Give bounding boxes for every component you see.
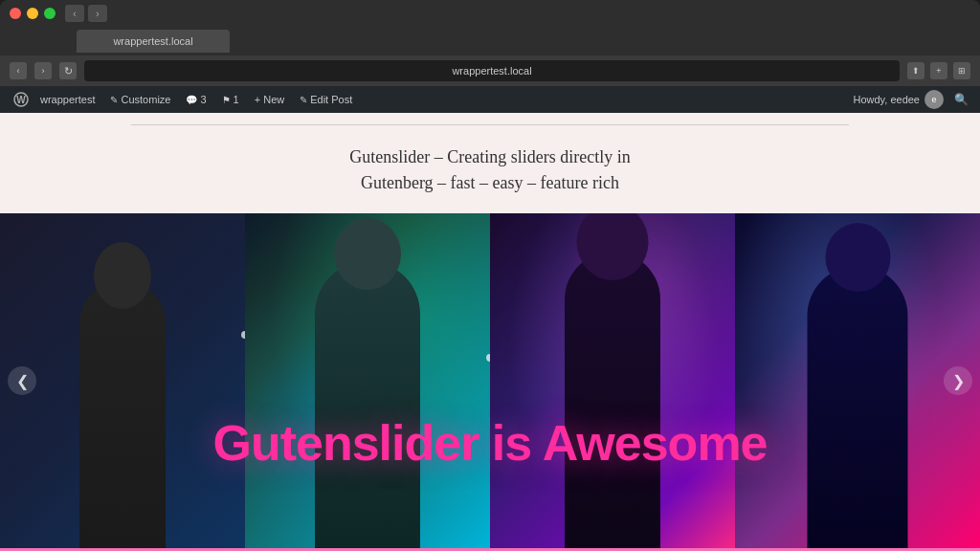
person-silhouette-2 — [315, 261, 420, 548]
customize-icon: ✎ — [110, 95, 118, 105]
url-text: wrappertest.local — [452, 65, 531, 77]
nav-buttons: ‹ › — [65, 5, 107, 22]
avatar: e — [924, 90, 944, 109]
tab-bar: wrappertest.local — [0, 27, 980, 55]
slider-prev-button[interactable]: ❮ — [8, 366, 36, 395]
person-silhouette-4 — [808, 266, 908, 548]
maximize-button[interactable] — [44, 8, 56, 19]
slider-panel-2 — [245, 213, 490, 548]
tab-label: wrappertest.local — [113, 35, 192, 47]
refresh-icon[interactable]: ↻ — [59, 62, 77, 79]
customize-label: Customize — [121, 94, 170, 105]
browser-tab[interactable]: wrappertest.local — [77, 30, 230, 53]
edit-post-icon: ✎ — [300, 95, 307, 105]
new-label: + New — [255, 94, 285, 105]
description-text: Gutenslider – Creating sliders directly … — [19, 144, 961, 196]
wp-admin-bar: W wrappertest ✎ Customize 💬 3 ⚑ 1 + New … — [0, 86, 980, 113]
close-button[interactable] — [10, 8, 21, 19]
admin-bar-comments[interactable]: 💬 3 — [178, 86, 213, 113]
browser-window: ‹ › wrappertest.local ‹ › ↻ wrappertest.… — [0, 0, 980, 551]
edit-post-label: Edit Post — [310, 94, 352, 105]
wp-logo-icon[interactable]: W — [10, 88, 33, 111]
forward-button[interactable]: › — [88, 5, 107, 22]
page-content: Gutenslider – Creating sliders directly … — [0, 113, 980, 551]
next-arrow-icon: ❯ — [952, 372, 965, 390]
history-back-icon[interactable]: ‹ — [10, 62, 27, 79]
svg-text:W: W — [16, 95, 26, 105]
title-bar: ‹ › — [0, 0, 980, 27]
traffic-lights — [10, 8, 56, 19]
prev-arrow-icon: ❮ — [16, 372, 29, 390]
admin-bar-site-name[interactable]: wrappertest — [33, 86, 102, 113]
admin-bar-customize[interactable]: ✎ Customize — [102, 86, 178, 113]
slider-panel-1 — [0, 213, 245, 548]
back-button[interactable]: ‹ — [65, 5, 84, 22]
bookmark-icon[interactable]: + — [930, 62, 947, 79]
slider-images — [0, 213, 980, 548]
slider-section: Gutenslider is Awesome ❮ ❯ — [0, 213, 980, 548]
slider-panel-3 — [490, 213, 735, 548]
updates-icon: ⚑ — [222, 95, 231, 105]
slider-next-button[interactable]: ❯ — [944, 366, 972, 395]
address-bar: ‹ › ↻ wrappertest.local ⬆ + ⊞ — [0, 55, 980, 86]
share-icon[interactable]: ⬆ — [907, 62, 924, 79]
person-silhouette-3 — [565, 252, 660, 548]
site-name-text: wrappertest — [40, 94, 95, 105]
url-field[interactable]: wrappertest.local — [84, 60, 900, 81]
admin-bar-edit-post[interactable]: ✎ Edit Post — [292, 86, 360, 113]
browser-toolbar-icons: ⬆ + ⊞ — [907, 62, 970, 79]
admin-bar-updates[interactable]: ⚑ 1 — [214, 86, 247, 113]
admin-bar-howdy[interactable]: Howdy, eedee e — [845, 90, 951, 109]
description-section: Gutenslider – Creating sliders directly … — [0, 125, 980, 213]
updates-count: 1 — [234, 94, 239, 105]
comments-icon: 💬 — [186, 95, 197, 105]
minimize-button[interactable] — [27, 8, 38, 19]
howdy-text: Howdy, eedee — [853, 94, 920, 105]
extensions-icon[interactable]: ⊞ — [953, 62, 970, 79]
comments-count: 3 — [200, 94, 206, 105]
person-silhouette-1 — [79, 280, 166, 548]
admin-bar-new[interactable]: + New — [247, 86, 293, 113]
history-forward-icon[interactable]: › — [34, 62, 52, 79]
search-icon[interactable]: 🔍 — [951, 90, 970, 109]
panel-2-dot — [486, 354, 490, 362]
panel-1-dot — [241, 331, 245, 339]
